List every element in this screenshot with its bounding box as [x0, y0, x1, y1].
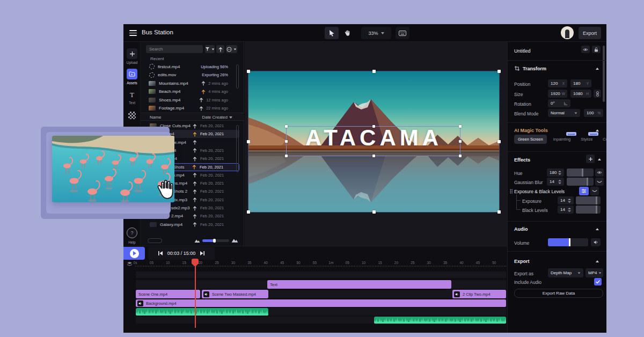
upload-asset-button[interactable] — [216, 45, 224, 53]
collapse-icon[interactable] — [596, 68, 599, 70]
selection-handle[interactable] — [285, 155, 288, 157]
canvas-handle[interactable] — [372, 70, 376, 73]
keyboard-shortcuts-button[interactable] — [396, 27, 409, 39]
stepper[interactable] — [558, 180, 561, 184]
position-y-field[interactable]: 180 Y — [570, 79, 591, 87]
lock-button[interactable] — [592, 46, 601, 53]
recent-item[interactable]: Mountains.mp42 mins ago — [146, 79, 239, 87]
recent-item[interactable]: Beach.mp44 mins ago — [146, 88, 239, 96]
video-clip[interactable]: Scene One.mp4 — [136, 290, 200, 298]
link-dimensions-button[interactable] — [594, 90, 601, 98]
canvas-handle[interactable] — [247, 210, 250, 214]
collapse-icon[interactable] — [598, 158, 601, 160]
drag-handle-icon[interactable] — [510, 189, 513, 194]
size-h-field[interactable]: 1080 H — [570, 90, 591, 98]
audio-clip[interactable] — [374, 317, 506, 324]
help-button[interactable]: ? — [127, 228, 137, 238]
more-options-button[interactable] — [226, 45, 237, 53]
sidebar-item-background[interactable] — [127, 110, 137, 121]
opacity-field[interactable]: 100 % — [584, 109, 603, 117]
video-clip[interactable]: 2 Clip Two.mp4 — [452, 290, 506, 298]
thumbnail-size-slider[interactable] — [202, 239, 229, 242]
visibility-button[interactable] — [581, 46, 590, 53]
include-audio-checkbox[interactable] — [594, 278, 602, 285]
skip-start-icon[interactable] — [158, 251, 163, 256]
video-clip[interactable]: Scene Two Masked.mp4 — [202, 290, 268, 298]
filter-button[interactable] — [205, 45, 215, 53]
canvas-handle[interactable] — [247, 140, 250, 143]
canvas-handle[interactable] — [497, 70, 501, 73]
gaussian-blur-slider[interactable] — [567, 178, 594, 186]
selection-handle[interactable] — [459, 140, 462, 143]
layers-icon[interactable] — [127, 261, 133, 267]
ai-tab-colorize[interactable]: Colorizesoon — [599, 135, 606, 144]
selection-handle[interactable] — [285, 125, 288, 128]
export-format-dropdown[interactable]: Depth Map — [548, 268, 583, 277]
collapse-icon[interactable] — [596, 260, 599, 262]
group-curve-button[interactable] — [590, 187, 599, 195]
cursor-tool-button[interactable] — [325, 27, 339, 39]
selection-handle[interactable] — [285, 140, 288, 143]
text-selection-box[interactable] — [286, 126, 460, 156]
size-w-field[interactable]: 1920 W — [548, 90, 567, 98]
hand-tool-button[interactable] — [340, 27, 354, 39]
collapse-handle[interactable] — [148, 238, 162, 243]
skip-end-icon[interactable] — [200, 251, 205, 256]
export-raw-data-button[interactable]: Export Raw Data — [514, 289, 603, 298]
blend-mode-dropdown[interactable]: Normal — [548, 109, 580, 117]
column-name[interactable]: Name — [150, 115, 161, 120]
adjust-levels-button[interactable] — [579, 187, 589, 195]
hue-slider[interactable] — [567, 169, 594, 177]
canvas-handle[interactable] — [497, 140, 501, 143]
list-header[interactable]: Name Date Created — [141, 113, 244, 121]
selection-handle[interactable] — [372, 155, 375, 157]
video-preview[interactable]: ATACAMA — [248, 71, 499, 212]
ai-tab-green-screen[interactable]: Green Screen — [514, 135, 547, 144]
timeline-ruler[interactable]: 0s05101520253035404550551m05101520253035… — [123, 260, 507, 268]
text-clip[interactable]: Text — [267, 280, 451, 289]
collapse-icon[interactable] — [596, 129, 599, 131]
collapse-icon[interactable] — [596, 228, 599, 230]
position-x-field[interactable]: 120 X — [548, 79, 567, 87]
mute-button[interactable] — [591, 238, 601, 246]
ai-tab-inpainting[interactable]: Inpaintingsoon — [550, 135, 575, 144]
inspector-scrollbar[interactable] — [603, 46, 605, 102]
gaussian-blur-field[interactable]: 14 — [547, 178, 564, 186]
recent-item[interactable]: firstcut.mp4Uploading 56% — [146, 63, 239, 70]
search-input[interactable] — [146, 45, 203, 53]
export-button[interactable]: Export — [579, 27, 601, 39]
sidebar-item-upload[interactable] — [127, 48, 137, 59]
selection-handle[interactable] — [372, 125, 375, 128]
recent-item[interactable]: Footage.mp422 mins ago — [146, 105, 239, 112]
blur-curve-button[interactable] — [595, 178, 604, 186]
column-date-created[interactable]: Date Created — [202, 115, 228, 120]
selection-handle[interactable] — [459, 125, 462, 128]
rotation-field[interactable]: 0° — [548, 99, 570, 107]
hue-visibility-button[interactable] — [595, 169, 604, 177]
file-row[interactable]: Galaxy.mp4Feb 20, 2021 — [143, 221, 239, 229]
recent-item[interactable]: Shoes.mp412 mins ago — [146, 96, 239, 104]
selection-handle[interactable] — [459, 155, 462, 157]
ai-tab-stylize[interactable]: Stylizesoon — [577, 135, 596, 144]
video-clip[interactable]: Background.mp4 — [136, 299, 506, 307]
sidebar-item-text[interactable]: T — [127, 90, 137, 100]
export-container-dropdown[interactable]: MP4 — [586, 268, 603, 277]
volume-slider[interactable] — [548, 238, 588, 246]
sidebar-item-assets[interactable] — [127, 69, 137, 79]
avatar[interactable] — [561, 26, 574, 39]
stepper[interactable] — [568, 208, 571, 212]
recent-scrollbar[interactable] — [236, 64, 239, 89]
zoom-level-dropdown[interactable]: 33% — [361, 27, 391, 39]
add-effect-button[interactable] — [586, 155, 595, 163]
stepper[interactable] — [558, 171, 561, 175]
canvas-handle[interactable] — [497, 210, 501, 214]
recent-item[interactable]: edits.movExporting 26% — [146, 71, 239, 79]
file-scrollbar[interactable] — [236, 125, 239, 172]
hue-field[interactable]: 180 — [547, 169, 564, 177]
canvas-handle[interactable] — [372, 210, 376, 214]
play-button[interactable] — [123, 247, 145, 260]
canvas-handle[interactable] — [247, 70, 250, 73]
black-levels-slider[interactable] — [576, 206, 601, 214]
stepper[interactable] — [568, 199, 571, 203]
black-levels-field[interactable]: 14 — [558, 206, 574, 214]
